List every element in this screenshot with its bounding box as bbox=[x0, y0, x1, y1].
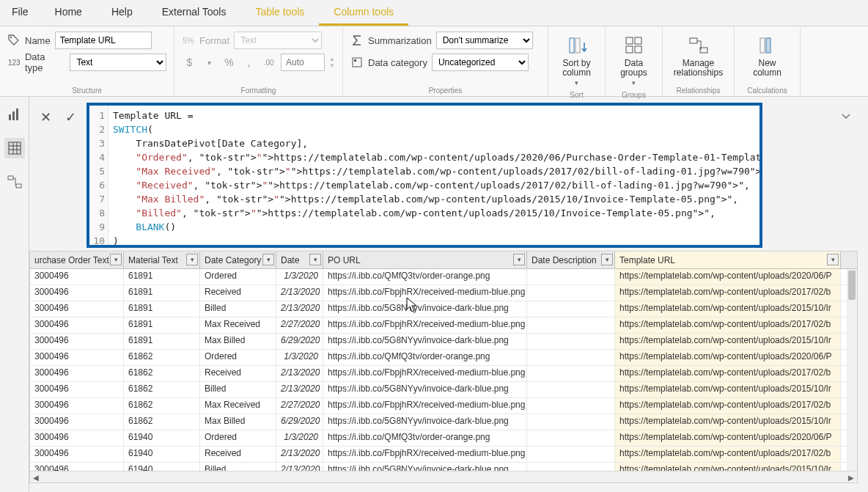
table-cell[interactable] bbox=[527, 366, 615, 381]
table-cell[interactable]: 61891 bbox=[124, 334, 200, 349]
commit-formula-button[interactable]: ✓ bbox=[62, 109, 79, 126]
table-cell[interactable]: 1/3/2020 bbox=[276, 350, 323, 365]
table-cell[interactable]: https://i.ibb.co/5G8NYyv/invoice-dark-bl… bbox=[323, 301, 527, 317]
table-row[interactable]: 300049661891Max Billed6/29/2020https://i… bbox=[30, 334, 857, 350]
scroll-right-button[interactable]: ▶ bbox=[845, 471, 857, 483]
formula-code[interactable]: Template URL = SWITCH( TransDatePivot[Da… bbox=[108, 106, 760, 245]
table-cell[interactable]: Ordered bbox=[200, 269, 276, 284]
table-cell[interactable]: Billed bbox=[200, 301, 276, 317]
scroll-left-button[interactable]: ◀ bbox=[30, 471, 42, 483]
table-cell[interactable]: https://i.ibb.co/FbpjhRX/received-medium… bbox=[323, 447, 527, 462]
data-type-select[interactable]: Text bbox=[70, 54, 166, 71]
table-cell[interactable]: 3000496 bbox=[30, 366, 124, 381]
table-cell[interactable] bbox=[527, 269, 615, 284]
table-row[interactable]: 300049661891Billed2/13/2020https://i.ibb… bbox=[30, 301, 857, 317]
table-row[interactable]: 300049661891Max Received2/27/2020https:/… bbox=[30, 317, 857, 334]
table-cell[interactable]: 6/29/2020 bbox=[276, 414, 323, 430]
table-cell[interactable] bbox=[527, 447, 615, 462]
table-row[interactable]: 300049661940Received2/13/2020https://i.i… bbox=[30, 447, 857, 463]
column-header[interactable]: Date▾ bbox=[276, 251, 323, 268]
table-cell[interactable] bbox=[527, 317, 615, 333]
column-header[interactable]: PO URL▾ bbox=[323, 251, 527, 268]
model-view-button[interactable] bbox=[4, 172, 25, 192]
table-cell[interactable]: https://i.ibb.co/FbpjhRX/received-medium… bbox=[323, 285, 527, 301]
table-row[interactable]: 300049661862Billed2/13/2020https://i.ibb… bbox=[30, 382, 857, 398]
horizontal-scrollbar[interactable]: ◀ ▶ bbox=[30, 471, 857, 482]
table-cell[interactable]: 3000496 bbox=[30, 463, 124, 471]
table-cell[interactable]: 3000496 bbox=[30, 430, 124, 446]
table-cell[interactable]: 2/13/2020 bbox=[276, 285, 323, 301]
table-cell[interactable] bbox=[527, 398, 615, 414]
table-cell[interactable]: https://templatelab.com/wp-content/uploa… bbox=[615, 430, 841, 446]
table-cell[interactable]: Ordered bbox=[200, 430, 276, 446]
table-row[interactable]: 300049661891Ordered1/3/2020https://i.ibb… bbox=[30, 269, 857, 285]
table-cell[interactable]: https://templatelab.com/wp-content/uploa… bbox=[615, 398, 841, 414]
table-cell[interactable]: https://i.ibb.co/FbpjhRX/received-medium… bbox=[323, 398, 527, 414]
tab-table-tools[interactable]: Table tools bbox=[240, 0, 319, 26]
grid-body[interactable]: 300049661891Ordered1/3/2020https://i.ibb… bbox=[30, 269, 857, 471]
table-row[interactable]: 300049661862Max Billed6/29/2020https://i… bbox=[30, 414, 857, 430]
table-cell[interactable]: Max Billed bbox=[200, 414, 276, 430]
table-cell[interactable] bbox=[527, 334, 615, 349]
column-filter-button[interactable]: ▾ bbox=[186, 254, 198, 265]
table-cell[interactable]: https://templatelab.com/wp-content/uploa… bbox=[615, 366, 841, 381]
table-row[interactable]: 300049661891Received2/13/2020https://i.i… bbox=[30, 285, 857, 301]
table-cell[interactable]: Received bbox=[200, 285, 276, 301]
table-cell[interactable]: 2/13/2020 bbox=[276, 463, 323, 471]
table-cell[interactable]: 2/13/2020 bbox=[276, 447, 323, 462]
table-cell[interactable]: https://templatelab.com/wp-content/uploa… bbox=[615, 301, 841, 317]
table-cell[interactable]: 61891 bbox=[124, 317, 200, 333]
table-row[interactable]: 300049661940Ordered1/3/2020https://i.ibb… bbox=[30, 430, 857, 447]
table-cell[interactable]: Max Received bbox=[200, 317, 276, 333]
table-cell[interactable]: 3000496 bbox=[30, 398, 124, 414]
table-cell[interactable]: 3000496 bbox=[30, 285, 124, 301]
column-filter-button[interactable]: ▾ bbox=[827, 254, 839, 265]
table-row[interactable]: 300049661940Billed2/13/2020https://i.ibb… bbox=[30, 463, 857, 471]
table-cell[interactable]: 61940 bbox=[124, 447, 200, 462]
table-cell[interactable] bbox=[527, 350, 615, 365]
table-cell[interactable]: 3000496 bbox=[30, 301, 124, 317]
table-cell[interactable] bbox=[527, 463, 615, 471]
sort-by-column-button[interactable]: Sort by column ▾ bbox=[556, 31, 597, 89]
table-cell[interactable]: https://templatelab.com/wp-content/uploa… bbox=[615, 350, 841, 365]
table-cell[interactable]: https://i.ibb.co/QMfQ3tv/order-orange.pn… bbox=[323, 430, 527, 446]
table-cell[interactable]: 3000496 bbox=[30, 317, 124, 333]
file-menu[interactable]: File bbox=[0, 0, 40, 26]
table-cell[interactable]: https://templatelab.com/wp-content/uploa… bbox=[615, 269, 841, 284]
tab-column-tools[interactable]: Column tools bbox=[319, 0, 408, 26]
tab-external-tools[interactable]: External Tools bbox=[147, 0, 241, 26]
table-cell[interactable]: https://templatelab.com/wp-content/uploa… bbox=[615, 285, 841, 301]
table-cell[interactable]: 3000496 bbox=[30, 350, 124, 365]
tab-home[interactable]: Home bbox=[40, 0, 97, 26]
table-cell[interactable]: Received bbox=[200, 447, 276, 462]
table-cell[interactable]: 61862 bbox=[124, 366, 200, 381]
table-cell[interactable]: 3000496 bbox=[30, 334, 124, 349]
column-filter-button[interactable]: ▾ bbox=[513, 254, 525, 265]
table-cell[interactable]: Max Billed bbox=[200, 334, 276, 349]
table-cell[interactable]: 3000496 bbox=[30, 269, 124, 284]
column-header[interactable]: Template URL▾ bbox=[615, 251, 841, 268]
table-cell[interactable]: 1/3/2020 bbox=[276, 269, 323, 284]
table-row[interactable]: 300049661862Ordered1/3/2020https://i.ibb… bbox=[30, 350, 857, 366]
name-input[interactable] bbox=[55, 32, 152, 49]
manage-relationships-button[interactable]: Manage relationships bbox=[670, 31, 727, 81]
table-cell[interactable]: Received bbox=[200, 366, 276, 381]
table-cell[interactable]: 61862 bbox=[124, 398, 200, 414]
table-cell[interactable]: https://templatelab.com/wp-content/uploa… bbox=[615, 334, 841, 349]
table-cell[interactable]: https://i.ibb.co/QMfQ3tv/order-orange.pn… bbox=[323, 269, 527, 284]
table-cell[interactable]: https://templatelab.com/wp-content/uploa… bbox=[615, 317, 841, 333]
column-header[interactable]: Date Description▾ bbox=[527, 251, 615, 268]
new-column-button[interactable]: New column bbox=[742, 31, 792, 81]
table-cell[interactable]: 61862 bbox=[124, 382, 200, 397]
table-cell[interactable]: https://i.ibb.co/5G8NYyv/invoice-dark-bl… bbox=[323, 463, 527, 471]
scrollbar-thumb[interactable] bbox=[848, 271, 856, 300]
table-cell[interactable] bbox=[527, 430, 615, 446]
table-cell[interactable]: 3000496 bbox=[30, 447, 124, 462]
table-cell[interactable]: 3000496 bbox=[30, 414, 124, 430]
table-cell[interactable]: https://i.ibb.co/5G8NYyv/invoice-dark-bl… bbox=[323, 382, 527, 397]
vertical-scrollbar[interactable] bbox=[847, 269, 857, 471]
column-header[interactable]: Material Text▾ bbox=[124, 251, 200, 268]
formula-editor[interactable]: 12345678910 Template URL = SWITCH( Trans… bbox=[87, 103, 762, 248]
table-cell[interactable]: 61891 bbox=[124, 269, 200, 284]
table-cell[interactable]: 2/27/2020 bbox=[276, 317, 323, 333]
